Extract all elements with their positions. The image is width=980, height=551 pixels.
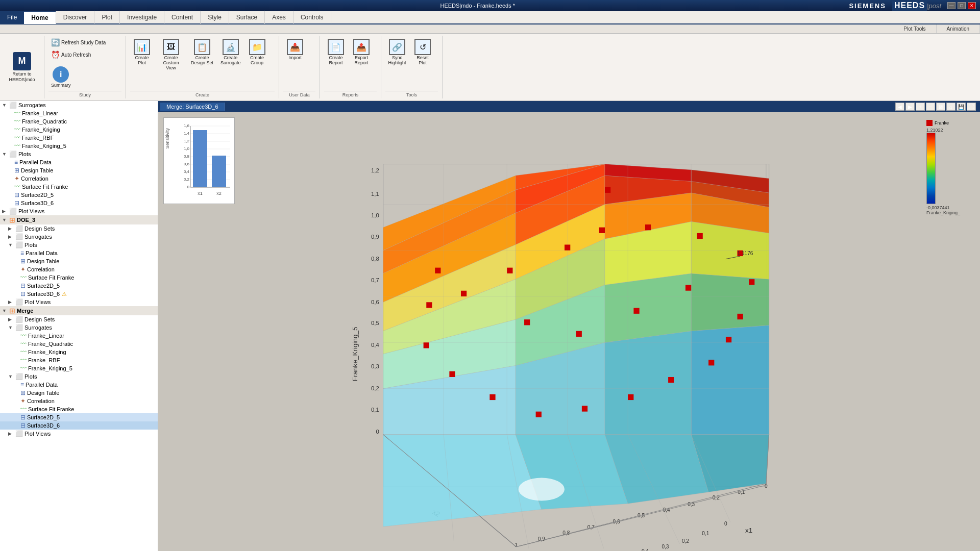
sidebar-item-correlation-2[interactable]: ✦ Correlation [0,265,158,273]
tab-controls[interactable]: Controls [293,11,331,24]
sidebar-item-franke-kriging[interactable]: 〰 Franke_Kriging [0,126,158,134]
sidebar-item-surface2d5-3[interactable]: ⊟ Surface2D_5 [0,413,158,421]
sidebar-item-franke-kriging5[interactable]: 〰 Franke_Kriging_5 [0,142,158,150]
svg-marker-74 [605,331,691,435]
refresh-study-button[interactable]: 🔄 Refresh Study Data [48,37,108,48]
create-custom-view-button[interactable]: 🖼 CreateCustom View [156,37,186,72]
svg-text:1,6: 1,6 [184,123,190,128]
animation-label: Animation [937,24,980,33]
tools-group: 🔗 SyncHighlight ↺ ResetPlot Tools [381,36,443,98]
maximize-button[interactable]: □ [958,2,966,9]
export-report-button[interactable]: 📤 ExportReport [350,37,373,67]
sidebar-item-doe3[interactable]: ▼ ⊞ DOE_3 [0,215,158,224]
nav-expand-button[interactable]: ⛶ [967,103,976,111]
tab-discover[interactable]: Discover [56,11,95,24]
create-plot-button[interactable]: 📊 CreatePlot [130,37,154,67]
create-custom-view-icon: 🖼 [163,39,179,55]
sidebar-item-plots-2[interactable]: ▼ ⬜ Plots [0,241,158,249]
minimize-button[interactable]: — [947,2,955,9]
import-icon: 📥 [287,39,303,55]
sidebar-item-franke-quadratic[interactable]: 〰 Franke_Quadratic [0,117,158,126]
sidebar-item-parallel-data-1[interactable]: ≡ Parallel Data [0,158,158,166]
data-point [605,187,610,193]
sidebar-item-plot-views-1[interactable]: ▶ ⬜ Plot Views [0,207,158,215]
user-data-group: 📥 Import User Data [279,36,320,98]
sidebar-item-surface2d5-1[interactable]: ⊟ Surface2D_5 [0,191,158,199]
nav-home-button[interactable]: ⌂ [946,103,955,111]
svg-text:1,0: 1,0 [371,212,379,218]
data-point [449,371,455,377]
tab-content[interactable]: Content [164,11,201,24]
sidebar-item-surrogates-2[interactable]: ▶ ⬜ Surrogates [0,233,158,241]
sidebar-item-merge[interactable]: ▼ ⊞ Merge [0,306,158,315]
legend-title: Franke [926,120,949,126]
data-point [749,279,754,285]
sidebar-item-parallel-data-2[interactable]: ≡ Parallel Data [0,249,158,257]
sidebar-item-surrogates[interactable]: ▼ ⬜ Surrogates [0,101,158,109]
file-tab[interactable]: File [0,11,24,24]
sync-highlight-button[interactable]: 🔗 SyncHighlight [385,37,409,67]
reset-plot-button[interactable]: ↺ ResetPlot [411,37,434,67]
create-group-button[interactable]: 📁 CreateGroup [246,37,269,67]
tab-plot[interactable]: Plot [94,11,120,24]
return-button[interactable]: M Return toHEEDS|mdo [4,50,40,85]
sidebar-item-surface-fit-3[interactable]: 〰 Surface Fit Franke [0,405,158,413]
sidebar-item-plots-1[interactable]: ▼ ⬜ Plots [0,150,158,158]
sidebar-item-franke-linear[interactable]: 〰 Franke_Linear [0,109,158,117]
tab-home[interactable]: Home [24,11,56,24]
svg-text:0,2: 0,2 [184,177,190,182]
sidebar-item-surface-fit-1[interactable]: 〰 Surface Fit Franke [0,183,158,191]
sidebar-item-plot-views-2[interactable]: ▶ ⬜ Plot Views [0,298,158,306]
sidebar-item-design-table-3[interactable]: ⊞ Design Table [0,389,158,397]
auto-refresh-button[interactable]: ⏰ Auto Refresh [48,49,93,60]
sidebar-item-correlation-3[interactable]: ✦ Correlation [0,397,158,405]
sidebar-item-design-sets-2[interactable]: ▶ ⬜ Design Sets [0,224,158,233]
create-surrogate-button[interactable]: 🔬 CreateSurrogate [218,37,243,67]
svg-text:0,4: 0,4 [371,342,379,348]
svg-text:1,2: 1,2 [371,167,379,173]
sidebar-item-plots-3[interactable]: ▼ ⬜ Plots [0,372,158,381]
import-button[interactable]: 📥 Import [283,37,307,62]
sidebar-item-franke-rbf[interactable]: 〰 Franke_RBF [0,134,158,142]
close-button[interactable]: ✕ [968,2,976,9]
sidebar-item-surrogates-3[interactable]: ▼ ⬜ Surrogates [0,323,158,332]
sidebar-item-franke-kriging-3[interactable]: 〰 Franke_Kriging [0,348,158,356]
sidebar-item-franke-linear-3[interactable]: 〰 Franke_Linear [0,332,158,340]
nav-zoom-out-button[interactable]: − [926,103,935,111]
refresh-label: Refresh Study Data [61,40,106,45]
nav-save-button[interactable]: 💾 [957,103,966,111]
nav-zoom-in-button[interactable]: + [916,103,925,111]
sidebar-item-correlation-1[interactable]: ✦ Correlation [0,174,158,183]
create-surrogate-icon: 🔬 [223,39,239,55]
sidebar-tree: ▼ ⬜ Surrogates 〰 Franke_Linear 〰 Franke_… [0,101,158,551]
tab-surface[interactable]: Surface [229,11,265,24]
tab-investigate[interactable]: Investigate [120,11,164,24]
plot-tab-surface3d[interactable]: Merge: Surface3D_6 [160,103,225,111]
create-design-set-button[interactable]: 📋 CreateDesign Set [188,37,216,67]
tab-axes[interactable]: Axes [265,11,293,24]
sidebar-item-franke-kriging5-3[interactable]: 〰 Franke_Kriging_5 [0,364,158,372]
sidebar-item-design-sets-3[interactable]: ▶ ⬜ Design Sets [0,315,158,323]
nav-forward-button[interactable]: ▶ [905,103,915,111]
nav-fit-button[interactable]: ⊠ [936,103,945,111]
svg-text:0,9: 0,9 [371,234,379,240]
titlebar-title: HEEDS|mdo - Franke.heeds * [106,3,849,9]
sidebar-item-surface3d6-3[interactable]: ⊟ Surface3D_6 [0,421,158,430]
sidebar-item-surface3d6-2[interactable]: ⊟ Surface3D_6 ⚠ [0,290,158,298]
sidebar-item-design-table-1[interactable]: ⊞ Design Table [0,166,158,174]
user-data-group-label: User Data [283,91,315,97]
sidebar-item-surface-fit-2[interactable]: 〰 Surface Fit Franke [0,273,158,282]
sidebar-item-design-table-2[interactable]: ⊞ Design Table [0,257,158,265]
plot-nav-controls: ◀ ▶ + − ⊠ ⌂ 💾 ⛶ [895,103,976,111]
sidebar-item-parallel-data-3[interactable]: ≡ Parallel Data [0,381,158,389]
create-report-button[interactable]: 📄 CreateReport [324,37,348,67]
summary-button[interactable]: i Summary [48,64,74,90]
create-plot-icon: 📊 [134,39,150,55]
tab-style[interactable]: Style [201,11,229,24]
sidebar-item-franke-quadratic-3[interactable]: 〰 Franke_Quadratic [0,340,158,348]
sidebar-item-plot-views-3[interactable]: ▶ ⬜ Plot Views [0,430,158,438]
nav-back-button[interactable]: ◀ [895,103,904,111]
sidebar-item-surface2d5-2[interactable]: ⊟ Surface2D_5 [0,282,158,290]
sidebar-item-franke-rbf-3[interactable]: 〰 Franke_RBF [0,356,158,364]
sidebar-item-surface3d6-1[interactable]: ⊟ Surface3D_6 [0,199,158,207]
